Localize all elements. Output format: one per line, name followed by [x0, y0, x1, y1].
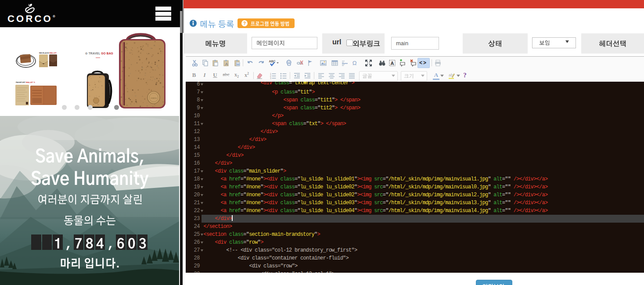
svg-text:A: A	[390, 61, 394, 66]
svg-text:Ω: Ω	[352, 60, 356, 66]
svg-text:A: A	[225, 62, 228, 66]
svg-text:W: W	[236, 62, 240, 66]
svg-text:corco: corco	[151, 97, 156, 99]
svg-text:3: 3	[270, 77, 271, 79]
svg-text:?: ?	[243, 21, 246, 26]
svg-text:ABC: ABC	[269, 60, 275, 63]
